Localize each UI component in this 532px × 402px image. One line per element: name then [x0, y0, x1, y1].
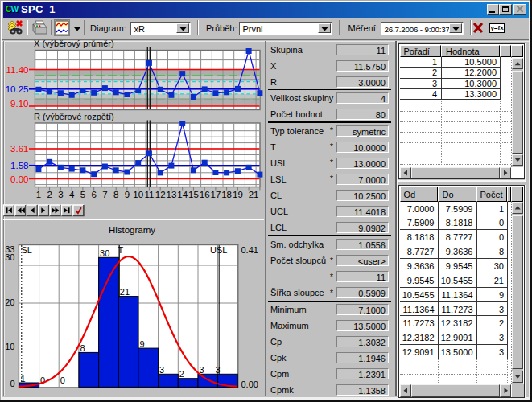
svg-text:1: 1 — [36, 190, 41, 199]
svg-text:1: 1 — [20, 374, 25, 384]
svg-text:10: 10 — [5, 342, 14, 351]
svg-text:30: 30 — [5, 252, 14, 262]
svg-text:0.00: 0.00 — [10, 174, 28, 184]
svg-text:11: 11 — [144, 190, 154, 199]
svg-text:15: 15 — [188, 190, 199, 199]
svg-text:2: 2 — [179, 369, 184, 379]
svg-text:18: 18 — [221, 190, 232, 199]
svg-text:12: 12 — [155, 190, 166, 199]
svg-text:10.25: 10.25 — [6, 84, 29, 94]
svg-text:7: 7 — [102, 190, 107, 199]
svg-text:10: 10 — [133, 190, 143, 199]
svg-text:R (výběrové rozpětí): R (výběrové rozpětí) — [34, 112, 114, 121]
svg-text:3.61: 3.61 — [10, 144, 28, 154]
svg-text:20: 20 — [5, 297, 14, 307]
svg-text:X (výběrový průměr): X (výběrový průměr) — [34, 40, 114, 48]
svg-text:0: 0 — [10, 379, 14, 388]
svg-text:9: 9 — [125, 190, 130, 199]
svg-text:1.58: 1.58 — [10, 161, 28, 170]
svg-text:9: 9 — [139, 339, 144, 349]
svg-text:SL: SL — [22, 245, 32, 255]
svg-text:30: 30 — [100, 248, 109, 258]
svg-text:16: 16 — [200, 190, 210, 199]
svg-text:0: 0 — [60, 375, 65, 385]
svg-text:8: 8 — [113, 190, 118, 199]
svg-text:11.40: 11.40 — [6, 65, 29, 75]
svg-text:3: 3 — [216, 365, 221, 375]
svg-text:3: 3 — [58, 190, 63, 199]
svg-text:9.10: 9.10 — [10, 99, 28, 109]
svg-text:8: 8 — [80, 343, 85, 353]
svg-text:3: 3 — [200, 365, 204, 375]
svg-text:USL: USL — [210, 245, 227, 255]
svg-text:14: 14 — [177, 190, 188, 199]
svg-text:0.41: 0.41 — [241, 245, 258, 255]
svg-text:0.00: 0.00 — [241, 379, 258, 389]
svg-text:17: 17 — [211, 190, 221, 199]
svg-text:2: 2 — [47, 190, 52, 199]
svg-text:3: 3 — [159, 365, 164, 375]
svg-text:21: 21 — [249, 190, 259, 199]
svg-text:21: 21 — [120, 287, 130, 297]
svg-text:5: 5 — [80, 190, 85, 199]
svg-text:13: 13 — [167, 190, 177, 199]
svg-text:T: T — [118, 245, 124, 255]
svg-text:19: 19 — [233, 190, 243, 199]
svg-text:6: 6 — [91, 190, 96, 199]
svg-text:Histogramy: Histogramy — [109, 225, 155, 235]
svg-text:4: 4 — [69, 190, 75, 199]
